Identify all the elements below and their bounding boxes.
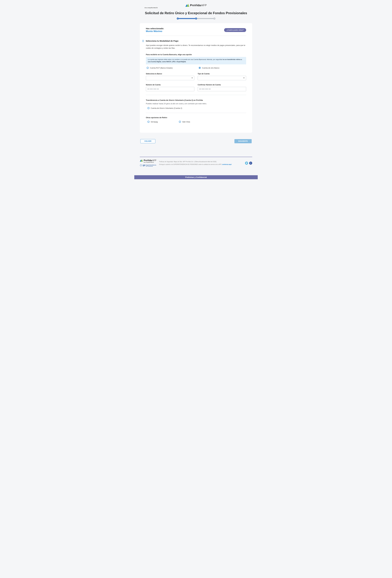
twitter-icon[interactable] (245, 162, 248, 165)
provida-logo-icon (140, 159, 143, 162)
account-type-label: Tipo de Cuenta (198, 73, 246, 75)
radio-cuenta2[interactable]: Cuenta de Ahorro Voluntario (Cuenta 2) (148, 107, 182, 109)
other-options-title: Otras opciones de Retiro (146, 116, 246, 119)
radio-servipag[interactable]: Servipag (148, 121, 158, 123)
sp-mark: SP (143, 164, 145, 167)
footer-links-line: Políticas de Seguridad Mapa de Sitio AFP… (159, 160, 242, 163)
footer-opinion-text: Entrega tu opinión a la SUPERINTENDENCIA… (159, 164, 222, 165)
account-number-input[interactable] (147, 88, 193, 90)
account-number-confirm-input-wrap (198, 87, 246, 91)
main-card: Has seleccionado: Monto Máximo ¿Cuánto p… (140, 23, 252, 133)
facebook-icon[interactable]: f (249, 162, 252, 165)
stepper-step-3: 3 (213, 17, 215, 20)
section-desc-paymode: Aquí puedes escoger dónde quieres recibi… (146, 44, 246, 49)
radio-label-servipag: Servipag (151, 121, 158, 123)
radio-label-vale-vista: Vale Vista (182, 121, 190, 123)
radio-cuenta-otro-banco[interactable]: Cuenta de otro Banco (199, 67, 219, 69)
stepper: 1 2 3 (140, 17, 252, 20)
sp-gear-icon (140, 164, 142, 167)
back-button[interactable]: VOLVER (140, 139, 155, 143)
svg-point-0 (140, 164, 142, 166)
bank-select[interactable] (146, 76, 194, 80)
radio-icon (147, 67, 149, 69)
radio-label-cuenta-rut: Cuenta RUT (Banco Estado) (150, 67, 173, 69)
sp-line2: de Pensiones (146, 166, 156, 167)
cuenta2-note: Puedes realizar hasta 24 giros al año si… (146, 102, 246, 105)
page-title: Solicitud de Retiro Único y Excepcional … (140, 11, 252, 15)
radio-vale-vista[interactable]: Vale Vista (179, 121, 190, 123)
logo-text: ProVidaAFP (190, 3, 207, 7)
stepper-step-1: 1 (177, 17, 179, 20)
logo-name-thin: AFP (201, 3, 207, 7)
bank-select-label: Selecciona tu Banco (146, 73, 194, 75)
logo-block: ProVidaAFP Una compañía MetLife (140, 0, 252, 9)
provida-logo-icon (185, 4, 189, 7)
footer-logo-name-thin: AFP (152, 159, 156, 162)
radio-label-cuenta-otro: Cuenta de otro Banco (202, 67, 219, 69)
logo-name-bold: ProVida (190, 3, 201, 7)
cuenta2-title: Transferencia a Cuenta de Ahorro Volunta… (146, 99, 246, 101)
stepper-bar-1 (179, 18, 195, 19)
stepper-bar-2 (197, 18, 213, 19)
stepper-step-2: 2 (195, 17, 197, 20)
radio-label-cuenta2: Cuenta de Ahorro Voluntario (Cuenta 2) (151, 107, 182, 109)
radio-icon (199, 67, 201, 69)
logo-tagline: Una compañía MetLife (145, 7, 252, 8)
bank-sublabel: Para recibirlo en tu Cuenta Bancaria, el… (146, 53, 246, 55)
footer-logo-name-bold: ProVida (144, 159, 152, 162)
selection-label: Has seleccionado: (146, 27, 164, 30)
divider (146, 95, 246, 95)
account-type-select[interactable] (198, 76, 246, 80)
bank-info-text: La cuenta que ingreses debe estar a tu n… (148, 59, 223, 60)
radio-cuenta-rut[interactable]: Cuenta RUT (Banco Estado) (147, 67, 173, 69)
chevron-down-icon (192, 78, 193, 78)
radio-icon (179, 121, 181, 123)
account-number-input-wrap (146, 87, 194, 91)
radio-icon (148, 121, 150, 123)
section-title-paymode: Selecciona tu Modalidad de Pago (146, 40, 179, 42)
confidential-banner: Preliminar y Confidencial (134, 175, 258, 179)
footer-logo-sp: SP Superintendencia de Pensiones (140, 164, 156, 167)
next-button[interactable]: SIGUIENTE (235, 139, 252, 143)
divider (146, 113, 246, 113)
footer-logo-provida: ProVidaAFP Una compañía MetLife (140, 159, 156, 163)
footer-divider (140, 157, 252, 157)
account-number-confirm-label: Confirmar Número de Cuenta (198, 84, 246, 86)
footer-opinion-link[interactable]: comienza aquí (222, 164, 232, 165)
chevron-down-icon (243, 78, 245, 78)
account-number-confirm-input[interactable] (199, 88, 245, 90)
selection-value: Monto Máximo (146, 30, 164, 33)
account-number-label: Número de Cuenta (146, 84, 194, 86)
radio-icon (148, 107, 150, 109)
footer-logo-tagline: Una compañía MetLife (144, 162, 156, 163)
how-much-button[interactable]: ¿Cuánto puedo retirar? (224, 28, 246, 32)
section-accent-bar (143, 40, 143, 42)
bank-info-box: La cuenta que ingreses debe estar a tu n… (146, 57, 246, 64)
